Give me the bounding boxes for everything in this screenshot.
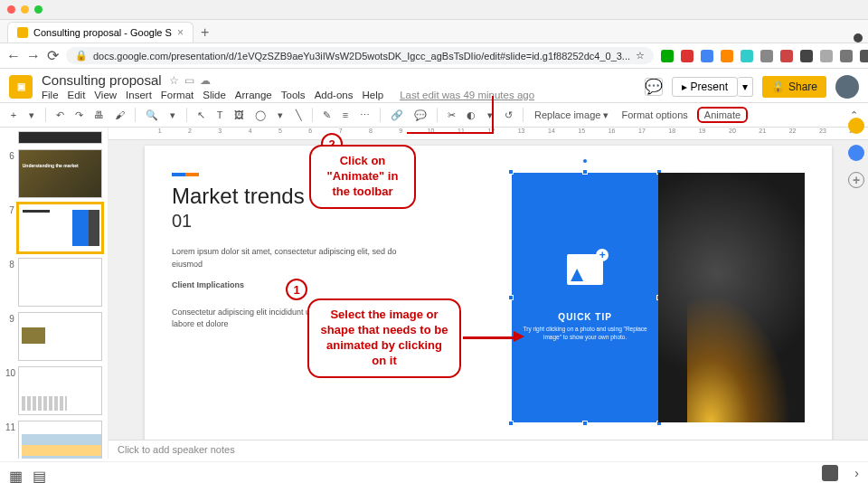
new-slide-dropdown[interactable]: ▾: [25, 108, 38, 123]
ext-1-icon[interactable]: [661, 50, 674, 62]
border-color[interactable]: ✎: [320, 108, 334, 123]
slide-text-column[interactable]: Market trends 01 Lorem ipsum dolor sit a…: [172, 173, 494, 422]
ext-4-icon[interactable]: [721, 50, 733, 62]
star-doc-icon[interactable]: ☆: [169, 74, 179, 87]
select-tool[interactable]: ↖: [194, 108, 208, 123]
menu-addons[interactable]: Add-ons: [315, 90, 354, 100]
print-button[interactable]: 🖶: [91, 108, 107, 122]
annotation-badge-1: 1: [286, 279, 307, 300]
ext-9-icon[interactable]: [820, 50, 833, 62]
present-button[interactable]: ▸ Present: [672, 77, 738, 97]
border-dash[interactable]: ⋯: [357, 108, 373, 123]
move-doc-icon[interactable]: ▭: [184, 74, 194, 87]
star-icon[interactable]: ☆: [636, 50, 645, 62]
browser-tab-active[interactable]: Consulting proposal - Google S ×: [7, 22, 193, 43]
photo-panel[interactable]: [658, 173, 805, 422]
zoom-dropdown[interactable]: ▾: [166, 108, 179, 123]
menu-insert[interactable]: Insert: [126, 90, 152, 100]
slide-body-1[interactable]: Lorem ipsum dolor sit amet, consectetur …: [172, 246, 407, 270]
close-tab-icon[interactable]: ×: [177, 26, 184, 39]
paint-format-button[interactable]: 🖌: [112, 108, 127, 122]
ext-2-icon[interactable]: [681, 50, 693, 62]
ext-11-icon[interactable]: [860, 50, 868, 62]
maximize-window[interactable]: [34, 5, 42, 14]
link-button[interactable]: 🔗: [388, 108, 406, 123]
last-edit-info[interactable]: Last edit was 49 minutes ago: [400, 90, 534, 100]
ext-7-icon[interactable]: [780, 50, 793, 62]
tasks-icon[interactable]: [848, 145, 864, 161]
forward-button[interactable]: →: [27, 50, 40, 62]
account-avatar[interactable]: [835, 75, 859, 99]
animate-button[interactable]: Animate: [697, 107, 748, 123]
new-slide-button[interactable]: +: [7, 108, 20, 122]
thumb-6-title: Understanding the market: [23, 163, 79, 168]
cloud-status-icon[interactable]: ☁: [200, 74, 211, 87]
present-dropdown[interactable]: ▾: [738, 77, 753, 97]
menu-edit[interactable]: Edit: [68, 90, 86, 100]
filmstrip-view-icon[interactable]: ▦: [9, 468, 24, 478]
shape-dropdown[interactable]: ▾: [274, 108, 287, 123]
ext-6-icon[interactable]: [760, 50, 773, 62]
mask-button[interactable]: ◐: [464, 108, 478, 123]
menu-view[interactable]: View: [94, 90, 117, 100]
slide-thumb-9[interactable]: [18, 312, 102, 361]
shape-tool[interactable]: ◯: [252, 108, 269, 123]
ext-3-icon[interactable]: [701, 50, 713, 62]
menu-format[interactable]: Format: [161, 90, 193, 100]
thumbnail-panel[interactable]: 6Understanding the market 7 8 9 10 11: [0, 128, 108, 459]
annotation-arrowhead-1: [514, 331, 524, 342]
account-dot[interactable]: [854, 33, 863, 43]
slide-thumb-7[interactable]: [18, 204, 102, 252]
comments-button[interactable]: 💬: [645, 78, 663, 96]
close-window[interactable]: [7, 5, 15, 14]
slide-thumb-8[interactable]: [18, 258, 102, 307]
border-weight[interactable]: ≡: [339, 108, 352, 122]
crop-button[interactable]: ✂: [445, 108, 458, 123]
line-tool[interactable]: ╲: [292, 108, 305, 123]
slides-logo-icon[interactable]: ▣: [9, 75, 33, 99]
slide-thumb-11[interactable]: [18, 421, 102, 459]
reload-button[interactable]: ⟳: [47, 50, 59, 62]
ext-10-icon[interactable]: [840, 50, 853, 62]
speaker-notes[interactable]: Click to add speaker notes: [108, 440, 868, 461]
annotation-callout-2: Click on "Animate" in the toolbar: [309, 145, 416, 209]
undo-button[interactable]: ↶: [53, 108, 67, 123]
mask-dropdown[interactable]: ▾: [484, 108, 496, 123]
reset-image-button[interactable]: ↺: [502, 108, 515, 123]
explore-button[interactable]: [822, 465, 838, 481]
image-tool[interactable]: 🖼: [231, 108, 247, 122]
keep-icon[interactable]: [848, 118, 864, 134]
doc-title[interactable]: Consulting proposal: [42, 72, 162, 88]
ext-8-icon[interactable]: [800, 50, 813, 62]
menu-slide[interactable]: Slide: [203, 90, 226, 100]
ext-5-icon[interactable]: [741, 50, 753, 62]
grid-view-icon[interactable]: ▤: [33, 468, 47, 478]
textbox-tool[interactable]: T: [213, 108, 226, 122]
traffic-lights[interactable]: [7, 5, 42, 14]
slide-thumb-10[interactable]: [18, 366, 102, 415]
menu-help[interactable]: Help: [362, 90, 383, 100]
slide-number[interactable]: 01: [172, 211, 494, 232]
image-placeholder-selected[interactable]: QUICK TIP Try right clicking on a photo …: [512, 173, 658, 422]
addons-plus-icon[interactable]: +: [848, 172, 864, 188]
share-button[interactable]: 🔒 Share: [762, 76, 826, 98]
menu-arrange[interactable]: Arrange: [235, 90, 272, 100]
menu-file[interactable]: File: [42, 90, 59, 100]
slide-thumb-6[interactable]: Understanding the market: [18, 149, 102, 198]
redo-button[interactable]: ↷: [72, 108, 86, 123]
minimize-window[interactable]: [21, 5, 29, 14]
slide-canvas[interactable]: Market trends 01 Lorem ipsum dolor sit a…: [145, 146, 832, 450]
zoom-button[interactable]: 🔍: [143, 108, 161, 123]
new-tab-button[interactable]: +: [193, 23, 216, 43]
quicktip-text: Try right clicking on a photo and using …: [519, 326, 651, 341]
comment-tool[interactable]: 💬: [411, 108, 429, 123]
image-placeholder-icon: [567, 254, 603, 285]
menu-tools[interactable]: Tools: [281, 90, 306, 100]
slide-editor[interactable]: 123456789101112131415161718192021222324 …: [108, 128, 868, 459]
back-button[interactable]: ←: [7, 50, 20, 62]
side-panel-toggle[interactable]: ›: [854, 466, 859, 480]
url-field[interactable]: 🔒 docs.google.com/presentation/d/1eVQzSZ…: [66, 47, 654, 64]
slide-thumb-5-partial[interactable]: [18, 131, 102, 144]
replace-image-button[interactable]: Replace image ▾: [531, 108, 612, 123]
format-options-button[interactable]: Format options: [618, 108, 691, 122]
